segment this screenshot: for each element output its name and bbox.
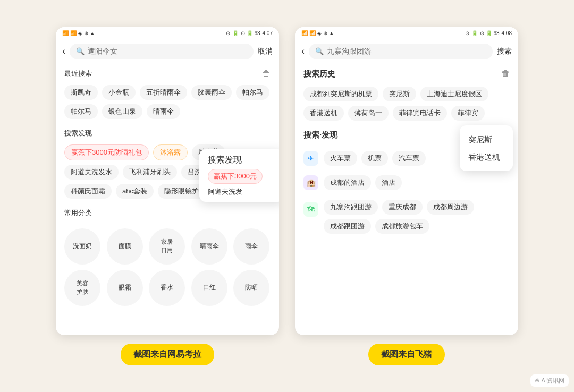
- left-status-left: 📶 📶 ◈ ⊕ ▲: [62, 30, 95, 36]
- tag-ahc[interactable]: ahc套装: [116, 184, 154, 199]
- tag-迪士尼[interactable]: 上海迪士尼度假区: [420, 87, 488, 101]
- cam-icon: ⊙: [226, 30, 230, 36]
- tag-机票[interactable]: 机票: [361, 151, 388, 166]
- left-cancel-button[interactable]: 取消: [258, 47, 273, 56]
- tag-菲律宾电话卡[interactable]: 菲律宾电话卡: [393, 106, 447, 121]
- tag-飞利浦[interactable]: 飞利浦牙刷头: [123, 165, 177, 180]
- left-status-bar: 📶 📶 ◈ ⊕ ▲ ⊙ 🔋 ⊙ 🔋 63 4:07: [56, 27, 279, 39]
- battery-pct: ⊙ 🔋 63: [241, 30, 260, 36]
- disc-tags-3: 九寨沟跟团游 重庆成都 成都周边游 成都跟团游 成都旅游包车: [324, 200, 510, 234]
- cat-家居日用[interactable]: 家居日用: [149, 228, 185, 265]
- tag-highlight-main[interactable]: 赢蕉下3000元防晒礼包: [64, 144, 149, 160]
- tag-成都周边游[interactable]: 成都周边游: [427, 200, 474, 215]
- cat-防晒[interactable]: 防晒: [233, 270, 269, 306]
- tag-香港送机[interactable]: 香港送机: [303, 106, 344, 121]
- right-search-text: 九寨沟跟团游: [327, 47, 372, 56]
- tag-成都突尼斯[interactable]: 成都到突尼斯的机票: [303, 87, 378, 101]
- disc-row-2: 🏨 成都的酒店 酒店: [295, 172, 518, 193]
- tag-阿道夫洗发水[interactable]: 阿道夫洗发水: [64, 165, 119, 180]
- left-delete-icon[interactable]: 🗑: [262, 69, 271, 79]
- disc-row-3: 🗺 九寨沟跟团游 重庆成都 成都周边游 成都跟团游 成都旅游包车: [295, 197, 518, 237]
- tag-银色山泉[interactable]: 银色山泉: [102, 104, 142, 119]
- tag-沐浴露[interactable]: 沐浴露: [153, 144, 188, 160]
- r-battery-icon: 🔋: [471, 30, 478, 36]
- right-tooltip-popup: 突尼斯 香港送机: [460, 125, 513, 171]
- cat-香水[interactable]: 香水: [149, 270, 185, 306]
- watermark: ❋ AI资讯网: [530, 374, 569, 387]
- tag-小金瓶[interactable]: 小金瓶: [102, 85, 136, 100]
- r-search-icon: 🔍: [315, 47, 324, 55]
- disc-icon-green: 🗺: [303, 202, 318, 217]
- wifi-icon: ◈: [78, 30, 82, 36]
- tag-九寨沟[interactable]: 九寨沟跟团游: [324, 200, 378, 215]
- r-signal2-icon: 📶: [309, 30, 316, 36]
- watermark-text: AI资讯网: [542, 377, 564, 385]
- left-label-button[interactable]: 截图来自网易考拉: [121, 344, 214, 365]
- tag-突尼斯[interactable]: 突尼斯: [383, 87, 416, 101]
- tag-晴雨伞[interactable]: 晴雨伞: [147, 104, 180, 119]
- search-icon: 🔍: [76, 47, 85, 55]
- tag-斯凯奇[interactable]: 斯凯奇: [64, 85, 98, 100]
- disc-icon-blue: ✈: [303, 151, 318, 166]
- left-search-text: 遮阳伞女: [88, 47, 117, 56]
- tag-科颜氏[interactable]: 科颜氏面霜: [64, 184, 112, 199]
- tag-帕尔马2[interactable]: 帕尔马: [64, 104, 98, 119]
- left-back-button[interactable]: ‹: [62, 46, 65, 57]
- tag-火车票[interactable]: 火车票: [324, 151, 357, 166]
- right-status-right: ⊙ 🔋 ⊙ 🔋 63 4:08: [465, 30, 512, 36]
- cat-口红[interactable]: 口红: [191, 270, 227, 306]
- disc-tags-2: 成都的酒店 酒店: [324, 175, 402, 190]
- cat-面膜[interactable]: 面膜: [107, 228, 143, 265]
- signal2-icon: 📶: [70, 30, 77, 36]
- right-history-title: 搜索历史 🗑: [303, 69, 510, 79]
- left-category-section: 常用分类: [56, 203, 279, 224]
- main-container: 📶 📶 ◈ ⊕ ▲ ⊙ 🔋 ⊙ 🔋 63 4:07 ‹ 🔍 遮阳伞女: [56, 27, 518, 365]
- tag-成都跟团游[interactable]: 成都跟团游: [324, 219, 371, 234]
- right-history-section: 搜索历史 🗑: [295, 64, 518, 87]
- time-left: 4:07: [263, 30, 273, 36]
- left-category-title: 常用分类: [64, 208, 271, 218]
- tooltip-highlight: 赢蕉下3000元: [208, 169, 263, 184]
- tag-汽车票[interactable]: 汽车票: [392, 151, 426, 166]
- tag-薄荷岛[interactable]: 薄荷岛一: [348, 106, 389, 121]
- tag-成都旅游包车[interactable]: 成都旅游包车: [375, 219, 429, 234]
- right-phone-wrapper: 📶 📶 ◈ ⊕ ▲ ⊙ 🔋 ⊙ 🔋 63 4:08 ‹ 🔍 九寨沟跟团游: [295, 27, 518, 365]
- tooltip-item: 阿道夫洗发: [208, 187, 276, 197]
- left-phone-screen: 📶 📶 ◈ ⊕ ▲ ⊙ 🔋 ⊙ 🔋 63 4:07 ‹ 🔍 遮阳伞女: [56, 27, 279, 335]
- left-search-bar: ‹ 🔍 遮阳伞女 取消: [56, 39, 279, 64]
- right-search-input-box[interactable]: 🔍 九寨沟跟团游: [309, 44, 493, 59]
- left-search-input-box[interactable]: 🔍 遮阳伞女: [70, 44, 254, 59]
- cat-眼霜[interactable]: 眼霜: [107, 270, 143, 306]
- tag-成都酒店[interactable]: 成都的酒店: [324, 175, 371, 190]
- right-back-button[interactable]: ‹: [301, 46, 305, 57]
- right-label-button[interactable]: 截图来自飞猪: [368, 344, 445, 365]
- left-status-right: ⊙ 🔋 ⊙ 🔋 63 4:07: [226, 30, 273, 36]
- tag-五折晴雨伞[interactable]: 五折晴雨伞: [140, 85, 187, 100]
- r-battery-pct: ⊙ 🔋 63: [480, 30, 500, 36]
- tag-胶囊雨伞[interactable]: 胶囊雨伞: [191, 85, 232, 100]
- disc-tags-1: 火车票 机票 汽车票: [324, 151, 426, 166]
- tag-酒店[interactable]: 酒店: [375, 175, 402, 190]
- left-phone-wrapper: 📶 📶 ◈ ⊕ ▲ ⊙ 🔋 ⊙ 🔋 63 4:07 ‹ 🔍 遮阳伞女: [56, 27, 279, 365]
- r-signal-icon: 📶: [301, 30, 308, 36]
- tag-帕尔马1[interactable]: 帕尔马: [236, 85, 269, 100]
- left-recent-tags: 斯凯奇 小金瓶 五折晴雨伞 胶囊雨伞 帕尔马 帕尔马 银色山泉 晴雨伞: [56, 85, 279, 123]
- tag-菲律宾[interactable]: 菲律宾: [451, 106, 485, 121]
- signal-icon: 📶: [62, 30, 69, 36]
- r-wifi-icon: ◈: [317, 30, 322, 36]
- left-discovery-title: 搜索发现: [64, 129, 271, 138]
- r-cam-icon: ⊙: [465, 30, 469, 36]
- right-search-button[interactable]: 搜索: [497, 47, 512, 56]
- cat-晴雨伞[interactable]: 晴雨伞: [191, 228, 227, 265]
- right-status-left: 📶 📶 ◈ ⊕ ▲: [301, 30, 334, 36]
- cat-洗面奶[interactable]: 洗面奶: [64, 228, 100, 265]
- watermark-icon: ❋: [535, 377, 539, 384]
- battery-icon: 🔋: [232, 30, 239, 36]
- cat-雨伞[interactable]: 雨伞: [233, 228, 269, 265]
- left-recent-title: 最近搜索 🗑: [64, 69, 271, 79]
- cat-美容护肤[interactable]: 美容护肤: [64, 270, 100, 306]
- right-delete-icon[interactable]: 🗑: [501, 69, 510, 79]
- r-tooltip-item1: 突尼斯: [468, 131, 504, 148]
- tag-重庆成都[interactable]: 重庆成都: [382, 200, 423, 215]
- left-recent-section: 最近搜索 🗑: [56, 64, 279, 85]
